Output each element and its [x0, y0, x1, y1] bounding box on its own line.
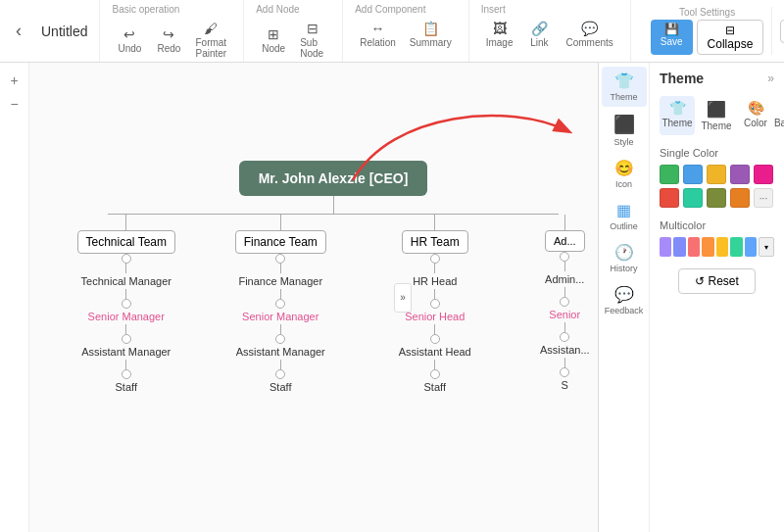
- add-component-items: ↔ Relation 📋 Summary: [355, 19, 457, 50]
- sub-node-icon: ⊟: [307, 21, 318, 36]
- redo-button[interactable]: ↪ Redo: [151, 24, 186, 56]
- zoom-in-icon[interactable]: +: [10, 73, 18, 88]
- side-icon-strip: 👕 Theme ⬛ Style 😊 Icon ▦ Outline 🕐 Histo…: [599, 63, 650, 532]
- branch-finance: Finance Team Finance Manager Senior Mana…: [221, 215, 339, 395]
- multi-swatch-0[interactable]: [660, 237, 671, 257]
- color-swatch-7[interactable]: [707, 188, 726, 208]
- circle-conn-hr: [430, 254, 440, 264]
- tab-color-label: Theme: [701, 121, 731, 131]
- multi-swatch-6[interactable]: [745, 237, 757, 257]
- circle-conn-fin2: [275, 299, 285, 309]
- basic-operation-group: Basic operation ↩ Undo ↪ Redo 🖌 Format P…: [100, 0, 244, 62]
- right-sidebar: 👕 Theme ⬛ Style 😊 Icon ▦ Outline 🕐 Histo…: [598, 63, 784, 532]
- hr-assistant: Assistant Head: [399, 346, 471, 358]
- teams-row: Technical Team Technical Manager Senior …: [49, 215, 598, 395]
- multicolor-dropdown[interactable]: ▾: [759, 237, 774, 257]
- multi-swatch-1[interactable]: [673, 237, 685, 257]
- relation-icon: ↔: [371, 21, 385, 36]
- panel-toggle-button[interactable]: »: [394, 283, 412, 313]
- undo-button[interactable]: ↩ Undo: [112, 24, 147, 56]
- color-swatch-2[interactable]: [707, 165, 726, 184]
- color-swatch-3[interactable]: [730, 165, 750, 184]
- tab-color[interactable]: ⬛ Theme: [699, 96, 734, 135]
- sidebar-item-theme[interactable]: 👕 Theme: [602, 67, 647, 107]
- color-swatch-6[interactable]: [683, 188, 703, 208]
- color-swatch-1[interactable]: [683, 165, 703, 184]
- theme-subtabs: 👕 Theme ⬛ Theme 🎨 Color 🖼 Backdrop: [660, 96, 774, 135]
- image-button[interactable]: 🖼 Image: [481, 19, 518, 50]
- sub-node-button[interactable]: ⊟ Sub Node: [295, 19, 330, 61]
- color-swatch-8[interactable]: [730, 188, 750, 208]
- branch-line-technical: [125, 215, 126, 230]
- org-chart: Mr. John Alexzie [CEO] Technical Team Te…: [49, 161, 598, 395]
- technical-team-node[interactable]: Technical Team: [77, 230, 176, 254]
- circle-conn-tech3: [122, 334, 131, 344]
- summary-button[interactable]: 📋 Summary: [405, 19, 457, 50]
- tab-theme[interactable]: 👕 Theme: [660, 96, 695, 135]
- format-painter-button[interactable]: 🖌 Format Painter: [190, 19, 231, 61]
- back-button[interactable]: ‹: [8, 0, 29, 62]
- tech-staff: Staff: [116, 381, 137, 393]
- finance-team-node[interactable]: Finance Team: [235, 230, 326, 254]
- sidebar-item-feedback[interactable]: 💬 Feedback: [602, 280, 647, 320]
- reset-button[interactable]: ↺ Reset: [678, 268, 756, 294]
- link-button[interactable]: 🔗 Link: [521, 19, 557, 50]
- comments-icon: 💬: [581, 21, 598, 36]
- collapse-button[interactable]: ⊟ Collapse: [697, 20, 764, 55]
- color-swatch-4[interactable]: [754, 165, 773, 184]
- multi-swatch-5[interactable]: [730, 237, 742, 257]
- circle-conn-adm2: [560, 297, 569, 307]
- admin-assistant: Assistan...: [540, 344, 590, 356]
- color-swatch-5[interactable]: [660, 188, 679, 208]
- panel-collapse-chevron[interactable]: »: [767, 72, 774, 85]
- circle-conn-tech: [122, 254, 131, 264]
- tab-palette[interactable]: 🎨 Color: [738, 96, 773, 135]
- circle-conn-adm: [560, 252, 569, 262]
- canvas-left-strip: + −: [0, 63, 29, 532]
- link-label: Link: [530, 37, 548, 48]
- redo-icon: ↪: [163, 26, 174, 42]
- comments-button[interactable]: 💬 Comments: [561, 19, 617, 50]
- tab-palette-icon: 🎨: [748, 100, 764, 116]
- style-label: Style: [613, 137, 633, 147]
- collapse-icon: ⊟: [725, 24, 735, 37]
- multicolor-title: Multicolor: [660, 219, 774, 231]
- circle-conn-hr4: [430, 369, 440, 379]
- node-button[interactable]: ⊞ Node: [256, 24, 291, 56]
- admin-team-node[interactable]: Ad...: [545, 230, 585, 252]
- zoom-out-icon[interactable]: −: [10, 96, 18, 112]
- sidebar-item-outline[interactable]: ▦ Outline: [602, 196, 647, 236]
- redo-label: Redo: [158, 43, 181, 54]
- tab-backdrop[interactable]: 🖼 Backdrop: [777, 96, 784, 135]
- history-icon: 🕐: [614, 243, 634, 262]
- undo-icon: ↩: [123, 26, 135, 42]
- sidebar-item-history[interactable]: 🕐 History: [602, 238, 647, 278]
- add-node-items: ⊞ Node ⊟ Sub Node: [256, 19, 330, 61]
- multi-swatch-2[interactable]: [688, 237, 700, 257]
- group-label-add-node: Add Node: [256, 4, 299, 15]
- hr-senior: Senior Head: [405, 311, 465, 322]
- finance-senior: Senior Manager: [242, 311, 318, 322]
- color-swatch-0[interactable]: [660, 165, 679, 184]
- branch-line-hr: [434, 215, 435, 230]
- basic-ops-items: ↩ Undo ↪ Redo 🖌 Format Painter: [112, 19, 231, 61]
- multi-swatch-3[interactable]: [702, 237, 713, 257]
- ceo-node[interactable]: Mr. John Alexzie [CEO]: [239, 161, 428, 196]
- color-swatch-more[interactable]: ···: [754, 188, 773, 208]
- sidebar-item-icon[interactable]: 😊 Icon: [602, 154, 647, 194]
- relation-button[interactable]: ↔ Relation: [355, 19, 401, 50]
- canvas[interactable]: + − Mr. John Alexzie [CEO]: [0, 63, 598, 532]
- h-connector-row: [108, 214, 559, 215]
- hr-team-node[interactable]: HR Team: [402, 230, 468, 254]
- single-color-title: Single Color: [660, 147, 774, 159]
- multicolor-row: ▾: [660, 237, 774, 257]
- theme-icon-label: Theme: [610, 92, 637, 102]
- sidebar-item-style[interactable]: ⬛ Style: [602, 109, 647, 152]
- theme-panel: Theme » 👕 Theme ⬛ Theme 🎨 Color 🖼: [650, 63, 784, 532]
- comments-label: Comments: [565, 37, 612, 48]
- outline-icon: ▦: [616, 201, 631, 219]
- share-button[interactable]: 👥 Share: [780, 20, 784, 43]
- multi-swatch-4[interactable]: [716, 237, 728, 257]
- feedback-icon: 💬: [614, 285, 634, 304]
- save-button[interactable]: 💾 Save: [651, 20, 693, 55]
